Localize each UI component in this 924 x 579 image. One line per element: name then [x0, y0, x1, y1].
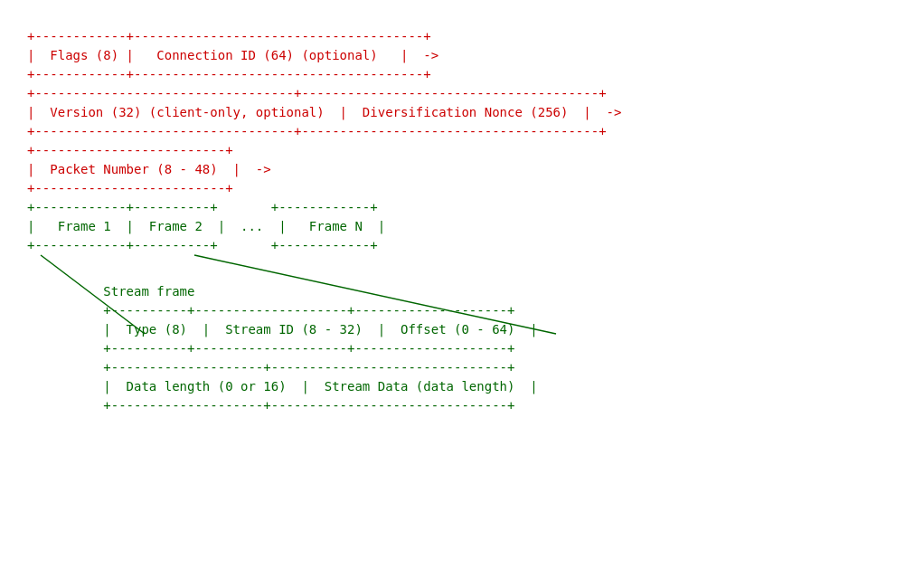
red-block1: +------------+--------------------------…	[27, 27, 897, 84]
stream-label: Stream frame	[27, 282, 897, 301]
red-block2: +----------------------------------+----…	[27, 84, 897, 141]
stream-data-block: +--------------------+------------------…	[27, 358, 897, 415]
green-section: +------------+----------+ +------------+…	[27, 198, 897, 255]
diagram-container: +------------+--------------------------…	[18, 18, 906, 424]
frames-and-stream-section: +------------+----------+ +------------+…	[27, 198, 897, 415]
frames-block: +------------+----------+ +------------+…	[27, 198, 897, 255]
stream-type-block: +----------+--------------------+-------…	[27, 301, 897, 358]
red-section: +------------+--------------------------…	[27, 27, 897, 198]
red-block3: +-------------------------+ | Packet Num…	[27, 141, 897, 198]
stream-frame-section: Stream frame +----------+---------------…	[27, 282, 897, 415]
